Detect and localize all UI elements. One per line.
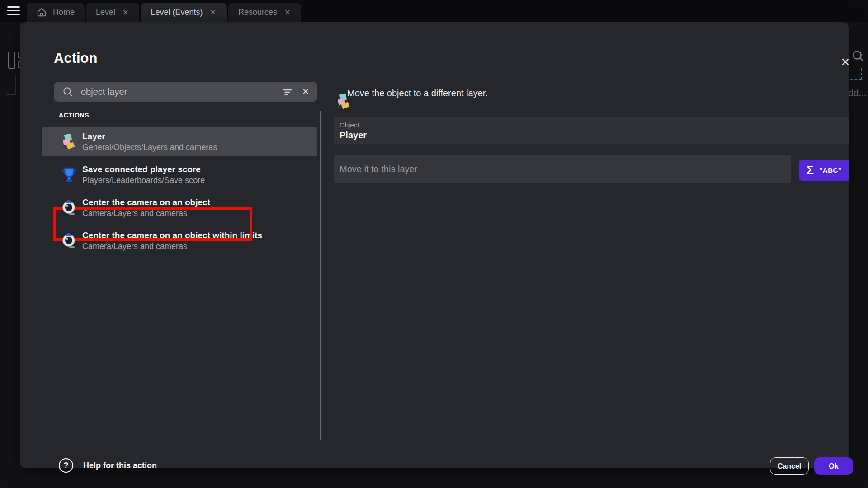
dialog-title: Action [54, 50, 97, 66]
search-input[interactable] [74, 87, 278, 97]
tab-home[interactable]: Home [27, 3, 85, 22]
tab-level[interactable]: Level ✕ [86, 3, 139, 22]
action-path: General/Objects/Layers and cameras [82, 142, 217, 153]
top-tab-bar: Home Level ✕ Level (Events) ✕ Resources … [0, 0, 868, 22]
webcam-icon [61, 200, 77, 216]
close-icon[interactable]: ✕ [283, 8, 291, 17]
filter-icon[interactable] [278, 83, 297, 101]
help-question-icon: ? [59, 458, 73, 473]
ok-button[interactable]: Ok [814, 457, 853, 475]
action-path: Players/Leaderboards/Save score [82, 175, 205, 186]
tab-label: Level (Events) [151, 8, 203, 17]
actions-section-header: ACTIONS [59, 112, 89, 119]
action-title: Center the camera on an object [82, 197, 210, 208]
tab-label: Level [96, 8, 115, 17]
action-description-header: Move the object to a different layer. [336, 88, 488, 99]
truncated-add-text: dd... [848, 88, 867, 99]
app-window: Home Level ✕ Level (Events) ✕ Resources … [0, 0, 868, 488]
action-search-bar: ✕ [54, 82, 317, 102]
sigma-icon: Σ [807, 163, 814, 177]
pane-divider[interactable] [320, 111, 321, 440]
action-row-layer[interactable]: Layer General/Objects/Layers and cameras [42, 127, 317, 156]
close-icon[interactable]: ✕ [122, 8, 129, 17]
layer-field[interactable] [334, 155, 791, 183]
layer-input[interactable] [340, 164, 785, 174]
action-path: Camera/Layers and cameras [82, 208, 210, 219]
expression-button-label: "ABC" [819, 166, 841, 174]
object-field[interactable]: Object Player [334, 117, 849, 144]
webcam-icon [61, 233, 77, 249]
action-dialog: Action ✕ ✕ ACTIONS Layer Gener [20, 22, 849, 468]
action-description: Move the object to a different layer. [347, 88, 488, 99]
action-row-save-score[interactable]: Save connected player score Players/Lead… [42, 160, 317, 189]
action-title: Layer [82, 131, 217, 142]
tab-label: Home [53, 8, 75, 17]
expression-editor-button[interactable]: Σ "ABC" [799, 160, 849, 181]
home-icon [37, 7, 47, 17]
action-path: Camera/Layers and cameras [82, 241, 262, 252]
clear-search-icon[interactable]: ✕ [297, 83, 315, 101]
hamburger-menu-icon[interactable] [7, 6, 20, 15]
action-row-center-camera[interactable]: Center the camera on an object Camera/La… [42, 193, 317, 222]
cancel-button[interactable]: Cancel [770, 457, 809, 475]
search-icon [62, 86, 74, 98]
tab-resources[interactable]: Resources ✕ [228, 3, 301, 22]
action-row-center-camera-limits[interactable]: Center the camera on an object within li… [42, 226, 317, 255]
action-title: Center the camera on an object within li… [82, 230, 262, 241]
action-list: Layer General/Objects/Layers and cameras… [42, 127, 317, 259]
tab-strip: Home Level ✕ Level (Events) ✕ Resources … [27, 3, 301, 22]
help-link[interactable]: ? Help for this action [59, 458, 157, 473]
object-field-value: Player [340, 130, 843, 141]
layers-icon [61, 134, 77, 150]
trophy-icon [61, 167, 77, 183]
dialog-close-icon[interactable]: ✕ [837, 54, 854, 70]
help-label: Help for this action [83, 461, 157, 470]
tab-level-events[interactable]: Level (Events) ✕ [141, 3, 226, 22]
object-field-label: Object [340, 121, 843, 129]
close-icon[interactable]: ✕ [209, 8, 217, 17]
action-title: Save connected player score [82, 164, 205, 175]
toolbar-button-fragment [6, 75, 16, 95]
tab-label: Resources [238, 8, 277, 17]
